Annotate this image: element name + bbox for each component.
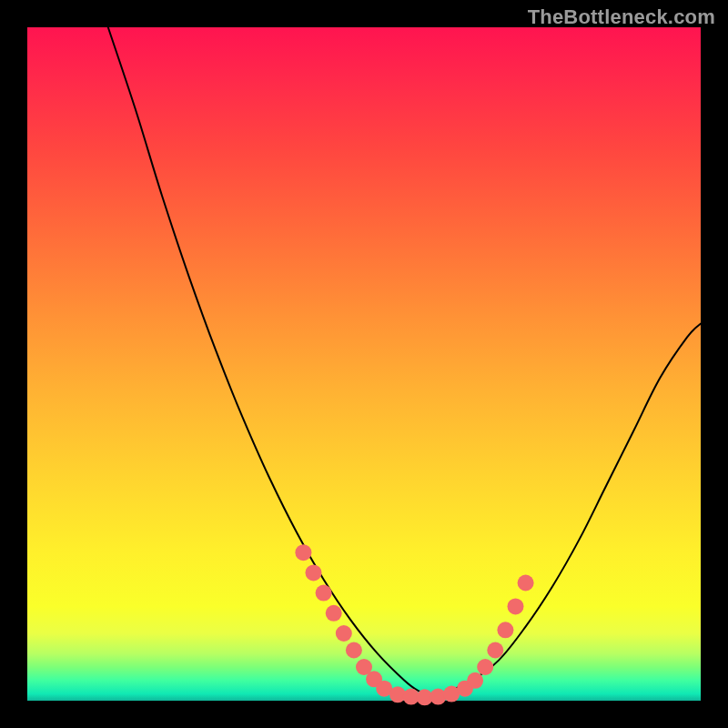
data-marker xyxy=(316,585,332,602)
chart-frame: TheBottleneck.com xyxy=(0,0,728,728)
data-marker xyxy=(336,625,352,642)
plot-area xyxy=(27,27,701,701)
data-marker xyxy=(295,544,311,561)
data-marker xyxy=(467,672,483,689)
chart-svg xyxy=(27,27,701,701)
watermark-label: TheBottleneck.com xyxy=(528,5,715,29)
bottleneck-curve xyxy=(108,27,701,695)
data-marker xyxy=(508,598,524,614)
data-marker xyxy=(497,622,513,638)
data-marker xyxy=(518,575,534,592)
data-markers xyxy=(295,544,533,705)
data-marker xyxy=(326,605,342,622)
data-marker xyxy=(487,642,503,659)
data-marker xyxy=(477,659,493,675)
data-marker xyxy=(306,564,322,581)
data-marker xyxy=(430,689,446,705)
data-marker xyxy=(346,642,362,659)
